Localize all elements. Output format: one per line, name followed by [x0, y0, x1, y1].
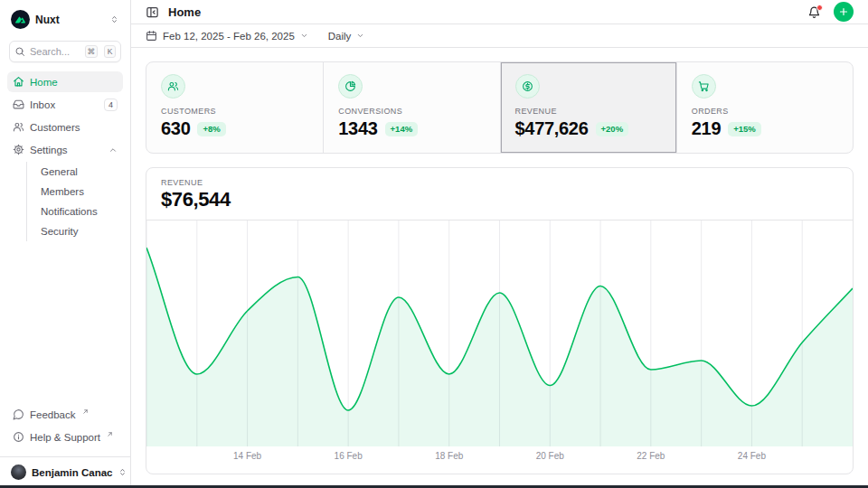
calendar-icon [146, 30, 157, 42]
sidebar-item-label: Home [30, 77, 58, 88]
stat-label: Orders [692, 107, 838, 116]
stat-delta-badge: +14% [385, 122, 419, 136]
workspace-switcher[interactable]: Nuxt [0, 0, 130, 37]
sidebar-collapse-icon[interactable] [146, 5, 159, 19]
date-range-value: Feb 12, 2025 - Feb 26, 2025 [163, 31, 295, 42]
revenue-chart-card: Revenue $76,544 14 Feb16 Feb18 Feb20 Feb… [146, 167, 854, 474]
kbd-cmd: ⌘ [85, 45, 99, 58]
search-input[interactable]: Search... ⌘ K [9, 41, 121, 62]
cart-icon [692, 74, 716, 99]
footer-link-label: Help & Support [30, 432, 100, 443]
sidebar: Nuxt Search... ⌘ K Home Inbox 4 [0, 0, 131, 488]
footer-link-label: Feedback [30, 409, 76, 420]
stat-label: Revenue [515, 107, 662, 116]
sub-item-label: Security [41, 226, 79, 237]
stat-label: Conversions [338, 107, 485, 116]
chevron-down-icon [356, 32, 364, 40]
external-link-icon [107, 431, 113, 437]
chevron-up-down-icon[interactable] [109, 14, 119, 24]
info-circle-icon [13, 431, 24, 443]
sidebar-item-label: Inbox [30, 99, 55, 110]
stat-delta-badge: +15% [728, 122, 761, 136]
sidebar-item-home[interactable]: Home [7, 71, 123, 92]
stat-card-customers[interactable]: Customers 630 +8% [146, 62, 323, 153]
chart-kpi-value: $76,544 [161, 188, 838, 211]
stat-value: 1343 [338, 118, 377, 139]
dashboard-content: Customers 630 +8% Conversions 1343 +14% [131, 48, 868, 488]
notification-dot [816, 5, 823, 11]
circle-dollar-icon [515, 74, 540, 99]
stat-label: Customers [161, 107, 308, 116]
plus-icon [838, 6, 849, 17]
inbox-count-badge: 4 [104, 99, 118, 111]
sidebar-item-security[interactable]: Security [37, 221, 123, 241]
sidebar-nav: Home Inbox 4 Customers Settings Ge [0, 71, 130, 243]
sidebar-item-label: Customers [30, 122, 80, 133]
sidebar-item-customers[interactable]: Customers [7, 117, 123, 137]
date-range-picker[interactable]: Feb 12, 2025 - Feb 26, 2025 [146, 30, 308, 42]
main-area: Home Feb 12, 2025 - Feb 26, 2025 Daily [131, 0, 868, 488]
settings-submenu: General Members Notifications Security [26, 162, 123, 241]
feedback-link[interactable]: Feedback [7, 404, 123, 425]
chat-bubble-icon [13, 408, 24, 420]
chevron-up-down-icon [118, 467, 127, 477]
revenue-area-chart[interactable] [146, 221, 853, 446]
user-name: Benjamin Canac [32, 467, 112, 478]
page-header: Home [131, 0, 868, 24]
stat-delta-badge: +20% [596, 122, 629, 136]
sidebar-item-members[interactable]: Members [37, 182, 123, 202]
sub-item-label: Members [41, 186, 84, 197]
stat-card-revenue[interactable]: Revenue $477,626 +20% [500, 62, 676, 153]
sub-item-label: Notifications [41, 206, 98, 217]
help-support-link[interactable]: Help & Support [7, 427, 123, 447]
x-tick-label: 16 Feb [335, 451, 363, 461]
x-tick-label: 22 Feb [637, 451, 665, 461]
x-tick-label: 20 Feb [536, 451, 564, 461]
stat-delta-badge: +8% [197, 122, 225, 136]
inbox-icon [13, 99, 24, 110]
users-icon [161, 74, 185, 99]
chevron-up-icon [108, 145, 118, 155]
workspace-name: Nuxt [35, 14, 60, 26]
period-value: Daily [328, 31, 352, 42]
header-actions [807, 2, 854, 22]
chart-svg [146, 221, 853, 446]
sidebar-footer: Feedback Help & Support [0, 404, 130, 453]
avatar [11, 465, 26, 480]
stat-value: 630 [161, 118, 190, 139]
page-title: Home [168, 5, 201, 19]
filters-toolbar: Feb 12, 2025 - Feb 26, 2025 Daily [131, 24, 868, 48]
sidebar-item-general[interactable]: General [37, 162, 123, 182]
sidebar-item-settings[interactable]: Settings [7, 139, 123, 160]
chart-pie-icon [338, 74, 363, 99]
sidebar-item-notifications[interactable]: Notifications [37, 202, 123, 221]
chart-x-axis: 14 Feb16 Feb18 Feb20 Feb22 Feb24 Feb [146, 446, 853, 466]
nuxt-logo-icon [11, 10, 30, 29]
sidebar-item-label: Settings [30, 145, 68, 155]
chart-kpi-label: Revenue [161, 178, 838, 187]
home-icon [13, 76, 24, 88]
users-icon [13, 121, 24, 133]
stat-card-orders[interactable]: Orders 219 +15% [676, 62, 853, 153]
stat-value: 219 [692, 118, 721, 139]
search-icon [14, 46, 25, 57]
kbd-k: K [104, 45, 116, 58]
x-tick-label: 24 Feb [738, 451, 766, 461]
add-button[interactable] [834, 2, 854, 22]
period-select[interactable]: Daily [328, 31, 365, 42]
chart-header: Revenue $76,544 [146, 168, 853, 221]
sub-item-label: General [41, 166, 78, 177]
search-placeholder: Search... [30, 46, 80, 57]
external-link-icon [82, 408, 89, 415]
x-tick-label: 14 Feb [233, 451, 261, 461]
user-menu[interactable]: Benjamin Canac [0, 457, 130, 488]
notifications-button[interactable] [807, 5, 821, 19]
stat-value: $477,626 [515, 118, 589, 139]
gear-icon [13, 144, 24, 155]
stat-card-conversions[interactable]: Conversions 1343 +14% [323, 62, 499, 153]
stats-row: Customers 630 +8% Conversions 1343 +14% [146, 61, 854, 154]
chevron-down-icon [300, 32, 308, 40]
x-tick-label: 18 Feb [435, 451, 463, 461]
sidebar-item-inbox[interactable]: Inbox 4 [7, 94, 123, 115]
